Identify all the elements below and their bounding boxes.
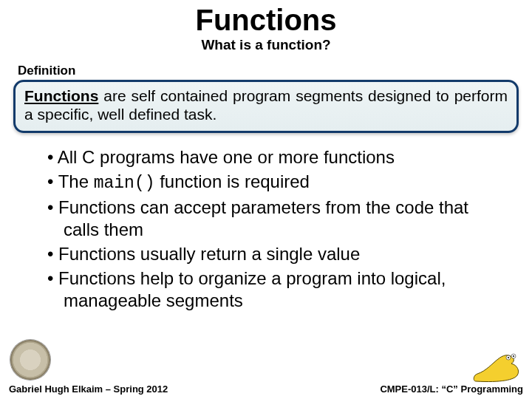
slide: Functions What is a function? Definition…: [0, 0, 532, 399]
bullet-text: Functions usually return a single value: [58, 244, 360, 264]
university-seal-icon: [10, 340, 50, 380]
footer: Gabriel Hugh Elkaim – Spring 2012 CMPE-0…: [0, 383, 532, 395]
definition-box: Functions are self contained program seg…: [13, 80, 519, 133]
bullet-text: function is required: [155, 171, 310, 191]
svg-point-2: [508, 357, 509, 358]
bullet-code: main(): [94, 174, 155, 193]
bullet-list: All C programs have one or more function…: [47, 146, 504, 313]
definition-label: Definition: [18, 64, 519, 78]
definition-text: Functions are self contained program seg…: [24, 86, 508, 123]
list-item: All C programs have one or more function…: [47, 146, 504, 169]
bullet-text: The: [58, 171, 94, 191]
bullet-text: Functions can accept parameters from the…: [58, 197, 468, 240]
footer-right: CMPE-013/L: “C” Programming: [380, 383, 523, 395]
bullet-text: All C programs have one or more function…: [58, 147, 395, 167]
slide-subtitle: What is a function?: [13, 37, 519, 53]
svg-point-3: [513, 355, 514, 357]
banana-slug-icon: [471, 349, 525, 386]
list-item: Functions help to organize a program int…: [47, 267, 504, 313]
list-item: The main() function is required: [47, 171, 504, 194]
definition-term: Functions: [24, 87, 98, 104]
slide-title: Functions: [13, 4, 519, 35]
footer-left: Gabriel Hugh Elkaim – Spring 2012: [9, 383, 168, 395]
list-item: Functions can accept parameters from the…: [47, 197, 504, 242]
list-item: Functions usually return a single value: [47, 243, 504, 266]
bullet-text: Functions help to organize a program int…: [58, 268, 446, 311]
